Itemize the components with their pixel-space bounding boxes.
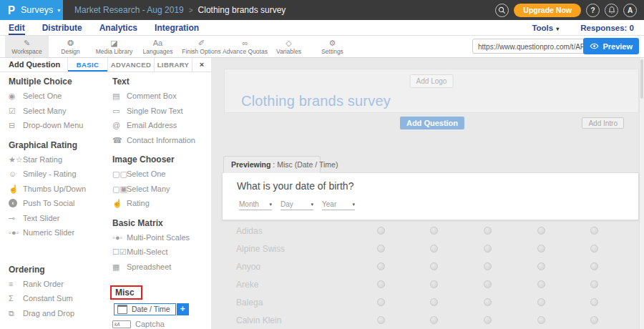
toolbar-advance-quotas[interactable]: ∞Advance Quotas — [223, 36, 267, 57]
radio-button[interactable] — [430, 298, 438, 306]
question-type-select-many[interactable]: ☑Select Many — [9, 104, 105, 119]
radio-button[interactable] — [430, 227, 438, 235]
add-date-time-button[interactable]: + — [177, 303, 189, 315]
responses-count[interactable]: Responses: 0 — [580, 24, 634, 32]
toolbar-variables[interactable]: ◇Variables — [267, 36, 311, 57]
tools-menu[interactable]: Tools▾ — [532, 24, 559, 32]
select-one-icon: ◉ — [9, 92, 23, 100]
radio-button[interactable] — [537, 298, 545, 306]
date-time-box[interactable]: Date / Time — [114, 303, 176, 315]
question-type-text-slider[interactable]: ⊸Text Slider — [9, 211, 105, 226]
radio-button[interactable] — [537, 316, 545, 324]
search-button[interactable] — [495, 4, 509, 17]
canvas-scrollbar[interactable] — [639, 58, 644, 329]
radio-button[interactable] — [484, 245, 492, 252]
question-type-push-to-social[interactable]: ‹Push To Social — [9, 196, 105, 211]
radio-button[interactable] — [377, 262, 385, 270]
question-type-spreadsheet[interactable]: ▦Spreadsheet — [112, 260, 211, 275]
question-type-drop-down-menu[interactable]: ⊟Drop-down Menu — [9, 118, 105, 133]
nav-tab-distribute[interactable]: Distribute — [42, 20, 82, 35]
radio-button[interactable] — [590, 298, 598, 306]
toolbar-design[interactable]: ❂Design — [49, 36, 92, 57]
date-select-month[interactable]: Month▾ — [239, 200, 272, 210]
question-type-smiley-rating[interactable]: ☺Smiley - Rating — [9, 167, 105, 182]
question-type-date-time[interactable]: Date / Time+ — [112, 301, 211, 317]
date-select-year[interactable]: Year▾ — [322, 200, 355, 210]
toolbar-settings[interactable]: ⚙Settings — [311, 36, 354, 57]
radio-button[interactable] — [590, 245, 598, 252]
upgrade-now-button[interactable]: Upgrade Now — [514, 4, 581, 17]
radio-button[interactable] — [590, 280, 598, 288]
question-type-captcha[interactable]: kACaptcha — [112, 317, 211, 329]
matrix-cell — [354, 260, 408, 273]
tab-basic[interactable]: BASIC — [67, 58, 107, 72]
radio-button[interactable] — [430, 316, 438, 324]
radio-button[interactable] — [590, 316, 598, 324]
question-type-rank-order[interactable]: ≡Rank Order — [9, 277, 105, 292]
radio-button[interactable] — [484, 227, 492, 235]
question-type-contact-information[interactable]: ☎Contact Information — [112, 133, 211, 148]
radio-button[interactable] — [537, 262, 545, 270]
radio-button[interactable] — [484, 280, 492, 288]
surveys-menu[interactable]: P Surveys ▾ — [0, 0, 63, 20]
radio-button[interactable] — [377, 298, 385, 306]
radio-button[interactable] — [430, 262, 438, 270]
radio-button[interactable] — [590, 227, 598, 235]
tab-library[interactable]: LIBRARY — [154, 58, 192, 72]
question-type-constant-sum[interactable]: ΣConstant Sum — [9, 291, 105, 306]
question-type-rating[interactable]: ☝Rating — [112, 196, 211, 211]
survey-url-input[interactable] — [473, 40, 597, 54]
toolbar-media-library[interactable]: ◪Media Library — [92, 36, 136, 57]
radio-button[interactable] — [484, 262, 492, 270]
preview-button[interactable]: Preview — [583, 38, 639, 54]
question-type-select-one[interactable]: ◉Select One — [9, 89, 105, 104]
tab-advanced[interactable]: ADVANCED — [107, 58, 154, 72]
radio-button[interactable] — [484, 298, 492, 306]
nav-tab-edit[interactable]: Edit — [9, 20, 25, 35]
add-logo-button[interactable]: Add Logo — [410, 74, 454, 88]
radio-button[interactable] — [537, 245, 545, 252]
section-title-image-chooser: Image Chooser — [112, 154, 211, 164]
close-panel-button[interactable]: × — [192, 58, 211, 72]
add-intro-button[interactable]: Add Intro — [582, 117, 624, 129]
nav-tab-integration[interactable]: Integration — [155, 20, 199, 35]
matrix-cell — [461, 296, 514, 309]
matrix-cell — [514, 242, 568, 255]
radio-button[interactable] — [377, 316, 385, 324]
add-question-button[interactable]: Add Question — [400, 117, 464, 129]
date-select-label: Year — [322, 200, 336, 208]
question-type-select-one[interactable]: ▢▢Select One — [112, 167, 211, 182]
question-type-thumbs-up-down[interactable]: ☝Thumbs Up/Down — [9, 182, 105, 197]
toolbar-workspace[interactable]: ✎Workspace — [5, 36, 49, 57]
radio-button[interactable] — [590, 262, 598, 270]
help-button[interactable]: ? — [586, 4, 600, 17]
radio-button[interactable] — [430, 280, 438, 288]
question-type-email-address[interactable]: @Email Address — [112, 118, 211, 133]
question-type-drag-and-drop[interactable]: ⧉Drag and Drop — [9, 306, 105, 321]
radio-button[interactable] — [377, 280, 385, 288]
radio-button[interactable] — [377, 245, 385, 252]
notifications-button[interactable] — [605, 4, 618, 17]
panel-title: Add Question — [0, 58, 67, 72]
question-type-comment-box[interactable]: ▤Comment Box — [112, 89, 211, 104]
matrix-cell — [567, 260, 621, 273]
nav-tab-analytics[interactable]: Analytics — [99, 20, 137, 35]
question-type-numeric-slider[interactable]: ◦●◦Numeric Slider — [9, 225, 105, 240]
question-type-multi-point-scales[interactable]: ◦●◦Multi-Point Scales — [112, 230, 211, 245]
radio-button[interactable] — [537, 227, 545, 235]
radio-button[interactable] — [484, 316, 492, 324]
question-type-single-row-text[interactable]: ▭Single Row Text — [112, 104, 211, 119]
date-select-day[interactable]: Day▾ — [280, 200, 313, 210]
toolbar-languages[interactable]: AaLanguages — [136, 36, 180, 57]
scrollbar-thumb[interactable] — [640, 59, 643, 99]
survey-title[interactable]: Clothing brands survey — [241, 93, 391, 109]
toolbar-finish-options[interactable]: ✐Finish Options — [180, 36, 223, 57]
question-type-select-many[interactable]: ▢▣Select Many — [112, 182, 211, 197]
question-type-star-rating[interactable]: ★☆Star Rating — [9, 152, 105, 167]
radio-button[interactable] — [537, 280, 545, 288]
radio-button[interactable] — [377, 227, 385, 235]
breadcrumb-parent[interactable]: Market Research - Aug 2019 — [74, 5, 184, 15]
account-avatar[interactable]: A — [623, 4, 637, 17]
question-type-multi-select[interactable]: ☐☑Multi-Select — [112, 245, 211, 260]
radio-button[interactable] — [430, 245, 438, 252]
